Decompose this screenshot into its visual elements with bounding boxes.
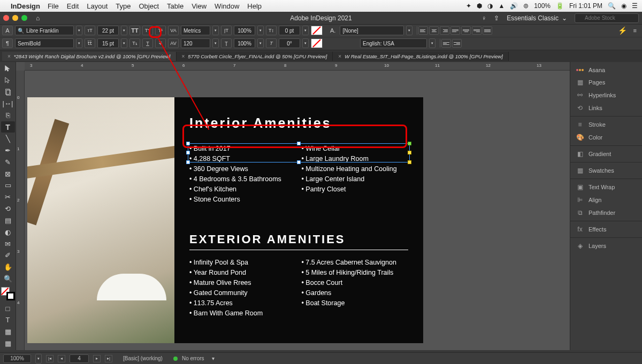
character-mode[interactable]: A bbox=[2, 26, 13, 35]
page-spread[interactable]: Interior Amenities • Built in 2017 • 4,2… bbox=[27, 97, 423, 343]
control-center-icon[interactable]: ☰ bbox=[632, 2, 638, 10]
panel-color[interactable]: 🎨Color bbox=[570, 131, 642, 144]
preflight-status-icon[interactable] bbox=[173, 357, 178, 361]
siri-icon[interactable]: ◉ bbox=[621, 2, 626, 10]
panel-effects[interactable]: fxEffects bbox=[570, 223, 642, 236]
scissors-tool[interactable]: ✂ bbox=[1, 191, 15, 203]
eyedropper-tool[interactable]: ✐ bbox=[1, 250, 15, 261]
justify-left-button[interactable] bbox=[450, 26, 460, 35]
pasteboard[interactable]: Interior Amenities • Built in 2017 • 4,2… bbox=[25, 71, 570, 350]
skew-dropdown[interactable]: ▾ bbox=[302, 38, 309, 48]
menu-edit[interactable]: Edit bbox=[67, 2, 79, 10]
selected-text-frame[interactable] bbox=[188, 143, 410, 162]
panel-gradient[interactable]: ◧Gradient bbox=[570, 148, 642, 160]
baseline-field[interactable]: 0 pt bbox=[279, 26, 300, 35]
panel-pages[interactable]: ▦Pages bbox=[570, 76, 642, 89]
menu-help[interactable]: Help bbox=[247, 2, 262, 10]
gradient-feather-tool[interactable]: ◐ bbox=[1, 227, 15, 238]
panel-text-wrap[interactable]: ▣Text Wrap bbox=[570, 181, 642, 193]
panel-menu-icon[interactable]: ≡ bbox=[633, 27, 637, 34]
apply-color[interactable]: □ bbox=[1, 303, 15, 314]
tracking-field[interactable]: 120 bbox=[181, 38, 210, 48]
out-port-handle[interactable] bbox=[408, 151, 411, 154]
sound-icon[interactable]: 🔊 bbox=[510, 2, 518, 10]
zoom-dropdown[interactable]: ▾ bbox=[35, 354, 42, 363]
direct-selection-tool[interactable] bbox=[1, 75, 15, 86]
panel-asana[interactable]: Asana bbox=[570, 64, 642, 76]
evernote-icon[interactable]: ✦ bbox=[466, 2, 471, 10]
language-dropdown[interactable]: ▾ bbox=[429, 38, 435, 48]
last-page-button[interactable]: ▸| bbox=[105, 355, 112, 362]
kerning-dropdown[interactable]: ▾ bbox=[212, 26, 219, 35]
app-menu[interactable]: InDesign bbox=[11, 2, 40, 10]
document-canvas[interactable]: 3 4 5 6 7 8 9 10 11 12 13 0 1 2 3 4 bbox=[16, 62, 570, 350]
page-number-field[interactable]: 4 bbox=[70, 354, 89, 363]
panel-pathfinder[interactable]: ⧉Pathfinder bbox=[570, 206, 642, 219]
formatting-text[interactable]: T bbox=[1, 315, 15, 326]
superscript-button[interactable]: T¹ bbox=[155, 26, 166, 35]
menu-type[interactable]: Type bbox=[116, 2, 131, 10]
dropbox-icon[interactable]: ⬢ bbox=[477, 2, 482, 10]
preflight-menu[interactable]: ▾ bbox=[212, 355, 215, 361]
doc-tab-2[interactable]: ×5770 Corbett Circle_Flyer_FINAL.indd @ … bbox=[177, 52, 333, 61]
strikethrough-button[interactable]: T bbox=[155, 38, 166, 48]
gap-tool[interactable]: |↔| bbox=[1, 98, 15, 110]
menu-layout[interactable]: Layout bbox=[87, 2, 108, 10]
small-caps-button[interactable]: Tᴛ bbox=[142, 26, 153, 35]
paragraph-mode[interactable]: ¶ bbox=[2, 38, 13, 48]
justify-all-button[interactable] bbox=[483, 26, 492, 35]
char-style-field[interactable]: [None] bbox=[340, 26, 404, 35]
stroke-swatch[interactable] bbox=[311, 38, 323, 48]
pen-tool[interactable]: ✒ bbox=[1, 145, 15, 156]
kerning-field[interactable]: Metrics bbox=[181, 26, 210, 35]
adobe-stock-search[interactable] bbox=[575, 13, 639, 23]
stroke-proxy[interactable] bbox=[6, 292, 15, 300]
fill-swatch[interactable] bbox=[311, 26, 323, 35]
font-style-dropdown[interactable]: ▾ bbox=[76, 38, 82, 48]
zoom-tool[interactable]: 🔍 bbox=[1, 273, 15, 284]
gradient-swatch-tool[interactable]: ▤ bbox=[1, 215, 15, 226]
vscale-field[interactable]: 100% bbox=[234, 26, 255, 35]
cc-icon[interactable]: ◑ bbox=[487, 2, 493, 10]
rectangle-tool[interactable]: ▭ bbox=[1, 180, 15, 191]
align-away-spine[interactable] bbox=[452, 39, 462, 48]
resize-handle[interactable] bbox=[186, 142, 190, 145]
align-right-button[interactable] bbox=[440, 26, 449, 35]
menu-table[interactable]: Table bbox=[167, 2, 184, 10]
font-style-field[interactable]: SemiBold bbox=[15, 38, 74, 48]
baseline-dropdown[interactable]: ▾ bbox=[302, 26, 309, 35]
page-tool[interactable] bbox=[1, 87, 15, 98]
vscale-dropdown[interactable]: ▾ bbox=[257, 26, 264, 35]
spotlight-icon[interactable]: 🔍 bbox=[608, 2, 616, 10]
free-transform-tool[interactable]: ⟲ bbox=[1, 203, 15, 214]
hand-tool[interactable]: ✋ bbox=[1, 261, 15, 273]
whats-new-icon[interactable]: ♀ bbox=[482, 14, 486, 22]
font-size-dropdown[interactable]: ▾ bbox=[121, 26, 127, 35]
underline-button[interactable]: T bbox=[142, 38, 153, 48]
doc-tab-1[interactable]: ×*2843 Wright Ranch Digital Brochure v2.… bbox=[2, 52, 177, 61]
note-tool[interactable]: ✉ bbox=[1, 238, 15, 250]
interior-heading[interactable]: Interior Amenities bbox=[189, 115, 408, 131]
type-tool[interactable]: T bbox=[1, 121, 15, 133]
zoom-level-field[interactable]: 100% bbox=[3, 354, 31, 363]
font-size-field[interactable]: 22 pt bbox=[97, 26, 119, 35]
leading-field[interactable]: 15 pt bbox=[97, 38, 119, 48]
tracking-dropdown[interactable]: ▾ bbox=[212, 38, 219, 48]
align-left-button[interactable] bbox=[418, 26, 428, 35]
panel-stroke[interactable]: ≡Stroke bbox=[570, 118, 642, 131]
fill-stroke-proxy[interactable] bbox=[1, 287, 15, 300]
panel-links[interactable]: ⟲Links bbox=[570, 102, 642, 114]
subscript-button[interactable]: T₁ bbox=[129, 38, 140, 48]
menu-file[interactable]: File bbox=[48, 2, 59, 10]
doc-tab-3[interactable]: ×W Real Estate_SIT_Half-Page_8Listings.i… bbox=[333, 52, 509, 61]
first-page-button[interactable]: |◂ bbox=[46, 355, 54, 362]
page-photo-frame[interactable] bbox=[27, 97, 174, 343]
minimize-window[interactable] bbox=[12, 15, 18, 21]
close-window[interactable] bbox=[3, 15, 9, 21]
menu-object[interactable]: Object bbox=[139, 2, 159, 10]
next-page-button[interactable]: ▸ bbox=[93, 355, 101, 362]
adobe-icon[interactable]: ▲ bbox=[498, 2, 505, 10]
close-tab-icon[interactable]: × bbox=[7, 53, 11, 59]
resize-handle[interactable] bbox=[297, 160, 301, 164]
close-tab-icon[interactable]: × bbox=[338, 53, 341, 59]
